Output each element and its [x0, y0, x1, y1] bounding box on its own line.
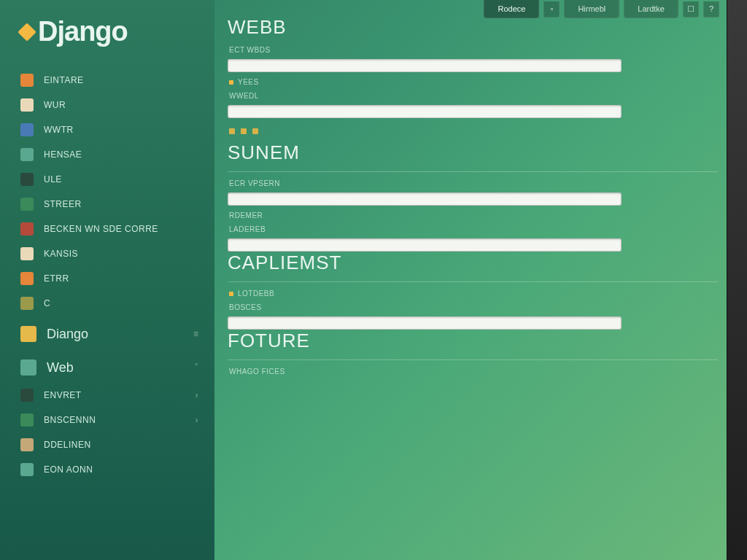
- nav-label: Kansis: [44, 249, 207, 259]
- nav-label: Diango: [47, 327, 183, 342]
- brand-text: Django: [38, 16, 128, 47]
- chevron-icon: ›: [196, 415, 208, 425]
- nav-icon: [20, 222, 34, 236]
- text-input[interactable]: [228, 105, 622, 118]
- nav-label: C: [44, 298, 207, 308]
- nav-label: Hensae: [44, 149, 207, 160]
- diamond-icon: [18, 23, 36, 41]
- divider: [228, 171, 718, 172]
- sidebar-section-web[interactable]: Web˅: [18, 349, 214, 383]
- nav-icon: [20, 389, 34, 402]
- divider: [228, 281, 718, 282]
- nav-label: Ddelinen: [44, 440, 207, 450]
- text-input[interactable]: [228, 238, 622, 252]
- sidebar: Django EintareWurWwtrHensaeUleStreerBeck…: [0, 0, 214, 560]
- sidebar-item-c[interactable]: C: [18, 291, 214, 316]
- help-icon[interactable]: ?: [703, 1, 719, 18]
- sidebar-section-diango[interactable]: Diango≡: [18, 316, 214, 349]
- sidebar-item-ddelinen[interactable]: Ddelinen: [18, 432, 214, 457]
- nav-icon: [20, 359, 36, 376]
- nav-label: Becken Wn Sde Corre: [44, 224, 207, 234]
- nav-icon: [20, 326, 36, 342]
- bullet-icon: [229, 292, 233, 296]
- nav-label: Envret: [44, 390, 185, 400]
- window-frame-edge: [727, 0, 747, 560]
- field-label: Lotdebb: [229, 289, 718, 298]
- sidebar-item-wwtr[interactable]: Wwtr: [18, 117, 214, 142]
- field-label: Whago Fices: [229, 368, 718, 376]
- window-icon[interactable]: ☐: [683, 1, 699, 18]
- sidebar-item-hensae[interactable]: Hensae: [18, 142, 214, 167]
- chevron-icon: ˅: [194, 362, 207, 373]
- indicator-dots: [229, 128, 718, 134]
- nav-label: Wur: [44, 100, 207, 110]
- field-label: Rdemer: [229, 211, 718, 219]
- section-title-sunem: Sunem: [228, 141, 718, 164]
- main-panel: Rodece▫HirmeblLardtke☐? WebbEct WbdsYees…: [214, 0, 747, 560]
- nav-icon: [20, 247, 34, 260]
- nav-icon: [20, 198, 34, 211]
- nav-icon: [20, 148, 34, 161]
- sidebar-item-streer[interactable]: Streer: [18, 192, 214, 217]
- nav-icon: [20, 272, 34, 285]
- nav-label: Eon Aonn: [44, 464, 207, 475]
- field-label: Yees: [229, 78, 718, 86]
- nav-icon: [20, 173, 34, 186]
- nav-icon: [20, 438, 34, 451]
- section-title-foture: Foture: [228, 330, 718, 352]
- tab-bar: Rodece▫HirmeblLardtke☐?: [484, 0, 719, 18]
- tab-hirmebl[interactable]: Hirmebl: [564, 0, 619, 18]
- field-label: Ladereb: [229, 225, 718, 233]
- nav-icon: [20, 123, 34, 136]
- brand-logo: Django: [0, 0, 214, 68]
- sidebar-item-kansis[interactable]: Kansis: [18, 241, 214, 266]
- nav-icon: [20, 98, 34, 112]
- nav-icon: [20, 413, 34, 427]
- field-label: Bosces: [229, 303, 718, 311]
- sidebar-item-ule[interactable]: Ule: [18, 167, 214, 192]
- sidebar-item-bnscennn[interactable]: Bnscennn›: [18, 408, 214, 432]
- nav-label: Ule: [44, 174, 207, 184]
- divider: [228, 359, 718, 360]
- sidebar-item-envret[interactable]: Envret›: [18, 383, 214, 408]
- sidebar-item-eintare[interactable]: Eintare: [18, 68, 214, 93]
- chevron-icon: ≡: [193, 329, 207, 339]
- text-input[interactable]: [228, 316, 622, 330]
- form-content: WebbEct WbdsYeesWwedlSunemEcr VpsernRdem…: [228, 0, 747, 560]
- section-title-webb: Webb: [228, 16, 718, 39]
- sidebar-nav: EintareWurWwtrHensaeUleStreerBecken Wn S…: [0, 68, 214, 560]
- field-label: Ecr Vpsern: [229, 179, 718, 187]
- tab-lardtke[interactable]: Lardtke: [624, 0, 678, 18]
- nav-label: Etrr: [44, 273, 207, 284]
- field-label: Ect Wbds: [229, 46, 718, 54]
- nav-icon: [20, 297, 34, 310]
- nav-label: Web: [47, 360, 184, 376]
- text-input[interactable]: [228, 192, 622, 206]
- chevron-icon: ›: [196, 390, 208, 400]
- field-label: Wwedl: [229, 92, 718, 100]
- tab-rodece[interactable]: Rodece: [484, 0, 539, 18]
- nav-label: Eintare: [44, 75, 207, 85]
- nav-label: Bnscennn: [44, 415, 185, 425]
- tab-indicator-icon: ▫: [543, 1, 560, 18]
- nav-label: Wwtr: [44, 125, 207, 135]
- sidebar-item-etrr[interactable]: Etrr: [18, 266, 214, 291]
- bullet-icon: [229, 80, 233, 85]
- nav-label: Streer: [44, 199, 207, 209]
- section-title-capliemst: Capliemst: [228, 252, 718, 274]
- sidebar-item-becken-wn-sde-corre[interactable]: Becken Wn Sde Corre: [18, 217, 214, 241]
- sidebar-item-eon-aonn[interactable]: Eon Aonn: [18, 457, 214, 482]
- text-input[interactable]: [228, 59, 622, 72]
- nav-icon: [20, 74, 34, 87]
- sidebar-item-wur[interactable]: Wur: [18, 93, 214, 117]
- nav-icon: [20, 463, 34, 476]
